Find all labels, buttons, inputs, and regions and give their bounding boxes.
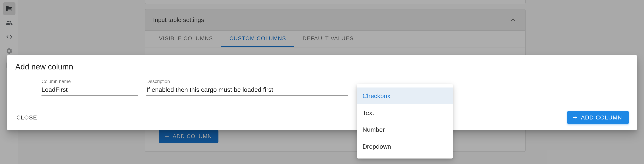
description-field: Description — [146, 79, 348, 96]
dialog-actions: CLOSE ADD COLUMN — [15, 111, 629, 124]
type-option-dropdown[interactable]: Dropdown — [357, 138, 453, 155]
type-dropdown-menu: Checkbox Text Number Dropdown — [357, 84, 453, 158]
add-column-button[interactable]: ADD COLUMN — [567, 111, 629, 124]
type-option-text[interactable]: Text — [357, 104, 453, 121]
type-option-number[interactable]: Number — [357, 121, 453, 138]
plus-icon — [572, 114, 578, 121]
dialog-title: Add new column — [15, 62, 629, 71]
close-button[interactable]: CLOSE — [15, 112, 38, 124]
column-name-label: Column name — [42, 79, 138, 84]
description-label: Description — [146, 79, 348, 84]
column-name-input[interactable] — [42, 85, 138, 96]
dialog-form-row: Column name Description — [15, 79, 629, 96]
type-option-checkbox[interactable]: Checkbox — [357, 87, 453, 104]
column-name-field: Column name — [42, 79, 138, 96]
add-column-label: ADD COLUMN — [581, 114, 622, 121]
description-input[interactable] — [146, 85, 348, 96]
add-column-dialog: Add new column Column name Description C… — [7, 55, 637, 130]
